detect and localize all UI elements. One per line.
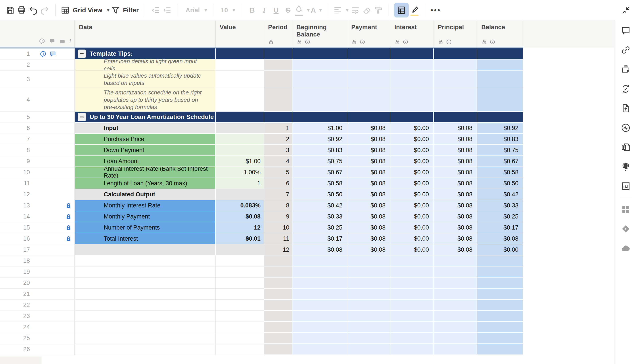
- cell-principal[interactable]: [434, 344, 477, 355]
- cell-principal[interactable]: $0.08: [434, 167, 477, 178]
- cell-principal[interactable]: $0.08: [434, 145, 477, 156]
- cell-balance[interactable]: [477, 266, 523, 278]
- cell-period[interactable]: [264, 112, 292, 123]
- save-button[interactable]: [4, 3, 16, 17]
- cell-data[interactable]: Purchase Price: [75, 134, 216, 145]
- row-number-cell[interactable]: 5: [0, 112, 75, 123]
- cell-principal[interactable]: [434, 266, 477, 278]
- row-number-cell[interactable]: 21: [0, 288, 75, 300]
- cell-principal[interactable]: [434, 88, 477, 112]
- cell-payment[interactable]: $0.08: [347, 222, 390, 233]
- cell-value[interactable]: [216, 322, 264, 333]
- cell-beginning-balance[interactable]: $0.08: [292, 244, 347, 256]
- cell-balance[interactable]: [477, 70, 523, 88]
- cell-principal[interactable]: [434, 48, 477, 60]
- cell-principal[interactable]: $0.08: [434, 134, 477, 145]
- row-number-cell[interactable]: 14: [0, 211, 75, 222]
- sidebar-chart-button[interactable]: [620, 181, 631, 192]
- row-number-cell[interactable]: 18: [0, 256, 75, 266]
- filter-button[interactable]: Filter: [110, 3, 140, 17]
- column-header-balance[interactable]: Balance: [477, 20, 523, 48]
- cell-period[interactable]: [264, 70, 292, 88]
- cell-interest[interactable]: [390, 333, 434, 344]
- cell-period[interactable]: 9: [264, 211, 292, 222]
- indent-button[interactable]: [162, 3, 173, 17]
- cell-interest[interactable]: [390, 60, 434, 70]
- cell-beginning-balance[interactable]: $0.50: [292, 189, 347, 200]
- cell-principal[interactable]: [434, 288, 477, 300]
- cell-data[interactable]: [75, 278, 216, 288]
- cell-value[interactable]: [216, 88, 264, 112]
- cell-beginning-balance[interactable]: [292, 266, 347, 278]
- cell-data[interactable]: Calculated Output: [75, 189, 216, 200]
- cell-balance[interactable]: $0.83: [477, 134, 523, 145]
- cell-period[interactable]: 7: [264, 189, 292, 200]
- cell-value[interactable]: [216, 189, 264, 200]
- font-color-button[interactable]: A ▼: [311, 3, 323, 17]
- cell-beginning-balance[interactable]: [292, 256, 347, 266]
- cell-interest[interactable]: [390, 88, 434, 112]
- row-number-cell[interactable]: 26: [0, 344, 75, 355]
- cell-interest[interactable]: [390, 256, 434, 266]
- cell-payment[interactable]: [347, 112, 390, 123]
- cell-beginning-balance[interactable]: [292, 88, 347, 112]
- cell-data[interactable]: [75, 256, 216, 266]
- cell-balance[interactable]: [477, 88, 523, 112]
- italic-button[interactable]: I: [258, 3, 270, 17]
- cell-value[interactable]: [216, 300, 264, 311]
- cell-data[interactable]: Monthly Interest Rate: [75, 200, 216, 211]
- cell-data[interactable]: Monthly Payment: [75, 211, 216, 222]
- cell-interest[interactable]: $0.00: [390, 200, 434, 211]
- cell-value[interactable]: 12: [216, 222, 264, 233]
- row-number-cell[interactable]: 19: [0, 266, 75, 278]
- cell-value[interactable]: [216, 70, 264, 88]
- cell-value[interactable]: [216, 112, 264, 123]
- cell-beginning-balance[interactable]: [292, 48, 347, 60]
- cell-value[interactable]: [216, 123, 264, 134]
- column-header-data[interactable]: Data: [75, 20, 216, 48]
- cell-principal[interactable]: $0.08: [434, 156, 477, 167]
- cell-beginning-balance[interactable]: [292, 333, 347, 344]
- cell-value[interactable]: [216, 344, 264, 355]
- cell-interest[interactable]: $0.00: [390, 244, 434, 256]
- sidebar-balloon-button[interactable]: [620, 162, 631, 172]
- cell-balance[interactable]: $0.42: [477, 189, 523, 200]
- cell-data[interactable]: [75, 288, 216, 300]
- cell-value[interactable]: $1.00: [216, 156, 264, 167]
- cell-balance[interactable]: [477, 333, 523, 344]
- cell-value[interactable]: $0.01: [216, 233, 264, 244]
- row-number-cell[interactable]: 12: [0, 189, 75, 200]
- cell-payment[interactable]: $0.08: [347, 200, 390, 211]
- cell-interest[interactable]: [390, 266, 434, 278]
- row-number-cell[interactable]: 23: [0, 311, 75, 322]
- row-number-cell[interactable]: 25: [0, 333, 75, 344]
- cell-beginning-balance[interactable]: [292, 278, 347, 288]
- cell-balance[interactable]: $0.25: [477, 211, 523, 222]
- cell-data[interactable]: Number of Payments: [75, 222, 216, 233]
- cell-balance[interactable]: $0.75: [477, 145, 523, 156]
- cell-interest[interactable]: $0.00: [390, 178, 434, 189]
- cell-balance[interactable]: [477, 60, 523, 70]
- current-view-button[interactable]: [394, 3, 409, 18]
- cell-data[interactable]: Annual Interest Rate (Bank Set Interest …: [75, 167, 216, 178]
- cell-payment[interactable]: [347, 88, 390, 112]
- cell-period[interactable]: 4: [264, 156, 292, 167]
- cell-period[interactable]: [264, 256, 292, 266]
- row-number-cell[interactable]: 8: [0, 145, 75, 156]
- cell-period[interactable]: [264, 311, 292, 322]
- cell-principal[interactable]: $0.08: [434, 222, 477, 233]
- cell-beginning-balance[interactable]: $0.33: [292, 211, 347, 222]
- cell-beginning-balance[interactable]: [292, 288, 347, 300]
- cell-balance[interactable]: [477, 112, 523, 123]
- outdent-button[interactable]: [150, 3, 162, 17]
- row-number-cell[interactable]: 10: [0, 167, 75, 178]
- cell-balance[interactable]: [477, 256, 523, 266]
- cell-principal[interactable]: [434, 278, 477, 288]
- cell-period[interactable]: 3: [264, 145, 292, 156]
- row-number-cell[interactable]: 24: [0, 322, 75, 333]
- sidebar-connector-diamond-button[interactable]: [620, 224, 631, 234]
- cell-balance[interactable]: [477, 344, 523, 355]
- cell-principal[interactable]: [434, 112, 477, 123]
- cell-value[interactable]: [216, 266, 264, 278]
- fill-color-button[interactable]: ▼: [294, 3, 311, 17]
